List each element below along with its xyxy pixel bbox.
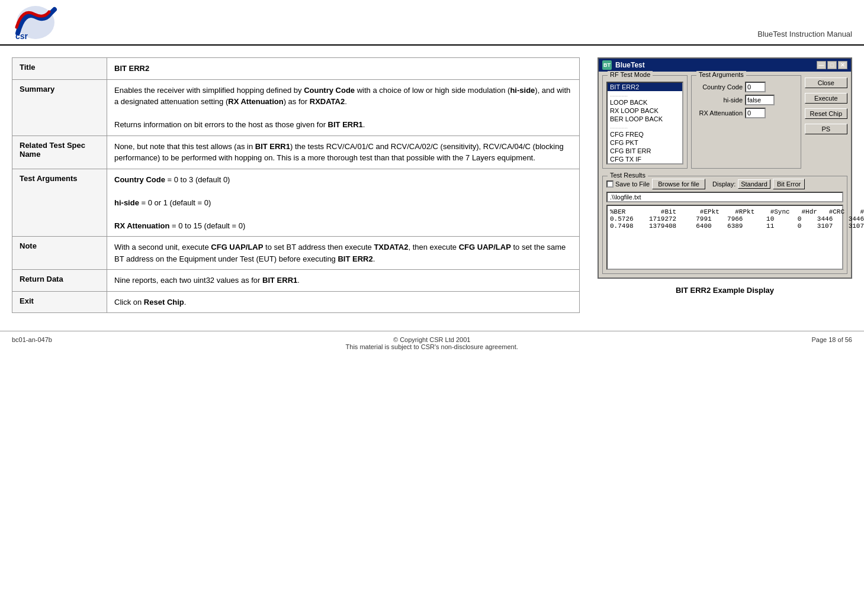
test-results-label: Test Results [608, 172, 648, 179]
footer-center: © Copyright CSR Ltd 2001 This material i… [346, 336, 518, 350]
table-row: Country Code = 0 to 3 (default 0)hi-side… [107, 169, 580, 237]
stats-header: %BER #Bit #EPkt #RPkt #Sync #Hdr #CRC #U… [610, 208, 840, 215]
close-window-button[interactable]: ✕ [838, 61, 847, 69]
statistics-area: %BER #Bit #EPkt #RPkt #Sync #Hdr #CRC #U… [606, 205, 843, 270]
hi-side-row: hi-side [695, 95, 797, 105]
bluetest-window-title: BlueTest [615, 61, 645, 69]
bluetest-window: BT BlueTest — □ ✕ RF Test Mode BIT ERR2.… [598, 57, 852, 279]
listbox-item[interactable]: BIT ERR2 [608, 83, 682, 91]
table-row: Nine reports, each two uint32 values as … [107, 270, 580, 292]
display-select[interactable]: Standard [738, 179, 770, 189]
table-row-label: Test Arguments [12, 169, 107, 237]
hi-side-label: hi-side [695, 96, 743, 104]
bluetest-body: RF Test Mode BIT ERR2............LOOP BA… [599, 72, 851, 278]
hi-side-input[interactable] [745, 95, 775, 105]
svg-text:csr: csr [15, 31, 28, 40]
table-row: BIT ERR2 [107, 58, 580, 80]
right-panel: BT BlueTest — □ ✕ RF Test Mode BIT ERR2.… [598, 57, 852, 313]
listbox-item[interactable]: CFG PKT [608, 138, 682, 147]
test-results-group: Test Results Save to File Browse for fil… [602, 176, 847, 274]
table-row: With a second unit, execute CFG UAP/LAP … [107, 237, 580, 270]
logfile-input[interactable] [606, 192, 843, 202]
page-header: csr BlueTest Instruction Manual [0, 0, 864, 46]
country-code-label: Country Code [695, 83, 743, 91]
rx-attenuation-row: RX Attenuation [695, 108, 797, 118]
action-buttons: Close Execute Reset Chip PS [805, 75, 847, 172]
page-footer: bc01-an-047b © Copyright CSR Ltd 2001 Th… [0, 331, 864, 355]
doc-table: TitleBIT ERR2SummaryEnables the receiver… [12, 57, 580, 313]
doc-section: TitleBIT ERR2SummaryEnables the receiver… [12, 57, 580, 313]
save-to-file-label[interactable]: Save to File [606, 180, 650, 188]
listbox-item[interactable]: BER LOOP BACK [608, 115, 682, 123]
execute-button[interactable]: Execute [805, 93, 847, 104]
table-row-label: Related Test Spec Name [12, 136, 107, 169]
listbox-item[interactable]: CFG XTAL ETRIM [608, 163, 682, 165]
display-label: Display: [712, 180, 735, 188]
rf-test-mode-label: RF Test Mode [608, 71, 653, 78]
minimize-button[interactable]: — [817, 61, 826, 69]
save-to-file-checkbox[interactable] [606, 180, 614, 188]
maximize-button[interactable]: □ [827, 61, 837, 69]
listbox-item[interactable]: CFG BIT ERR [608, 147, 682, 155]
table-row: Enables the receiver with simplified hop… [107, 79, 580, 136]
listbox-item: ............ [608, 91, 682, 98]
country-code-input[interactable] [745, 82, 766, 92]
listbox-item[interactable]: LOOP BACK [608, 98, 682, 107]
footer-right: Page 18 of 56 [811, 336, 852, 350]
test-arguments-label: Test Arguments [696, 71, 746, 78]
table-row: Click on Reset Chip. [107, 291, 580, 313]
listbox-item[interactable]: CFG TX IF [608, 155, 682, 163]
table-row-label: Exit [12, 291, 107, 313]
reset-chip-button[interactable]: Reset Chip [805, 108, 847, 119]
listbox-item[interactable]: CFG FREQ [608, 130, 682, 138]
test-arguments-group: Test Arguments Country Code hi-side RX A… [691, 75, 801, 169]
rf-test-mode-group: RF Test Mode BIT ERR2............LOOP BA… [602, 75, 688, 169]
bluetest-titlebar: BT BlueTest — □ ✕ [599, 59, 851, 72]
main-content: TitleBIT ERR2SummaryEnables the receiver… [0, 46, 864, 319]
rx-attenuation-input[interactable] [745, 108, 766, 118]
csr-logo: csr [12, 5, 59, 40]
rx-attenuation-label: RX Attenuation [695, 109, 743, 117]
footer-left: bc01-an-047b [12, 336, 52, 350]
table-row: None, but note that this test allows (as… [107, 136, 580, 169]
document-title: BlueTest Instruction Manual [757, 30, 852, 42]
listbox-item[interactable]: RX LOOP BACK [608, 107, 682, 115]
stats-row: 0.7498 1379408 6400 6389 11 0 3107 3107 [610, 222, 840, 230]
ps-button[interactable]: PS [805, 124, 847, 134]
table-row-label: Title [12, 58, 107, 80]
table-row-label: Note [12, 237, 107, 270]
browse-for-file-button[interactable]: Browse for file [652, 179, 705, 189]
country-code-row: Country Code [695, 82, 797, 92]
figure-caption: BIT ERR2 Example Display [676, 286, 774, 295]
bluetest-app-icon: BT [602, 60, 612, 70]
stats-row: 0.5726 1719272 7991 7966 10 0 3446 3446 [610, 215, 840, 222]
window-controls: — □ ✕ [817, 61, 847, 69]
listbox-item: ............ [608, 123, 682, 130]
logo-area: csr [12, 5, 59, 42]
close-button[interactable]: Close [805, 78, 847, 88]
results-toolbar: Save to File Browse for file Display: St… [606, 179, 843, 189]
table-row-label: Return Data [12, 270, 107, 292]
bit-error-button[interactable]: Bit Error [773, 179, 805, 189]
table-row-label: Summary [12, 79, 107, 136]
rf-test-listbox[interactable]: BIT ERR2............LOOP BACKRX LOOP BAC… [606, 82, 683, 165]
